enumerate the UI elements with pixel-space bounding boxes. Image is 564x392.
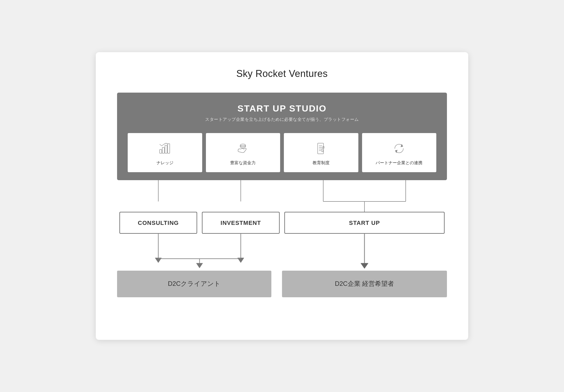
feature-card-funding: 豊富な資金力 <box>206 133 280 172</box>
main-card: Sky Rocket Ventures START UP STUDIO スタート… <box>96 52 468 340</box>
svg-marker-34 <box>361 263 368 269</box>
studio-box: START UP STUDIO スタートアップ企業を立ち上げるために必要な全てが… <box>117 93 447 180</box>
feature-card-partner: パートナー企業との連携 <box>362 133 437 172</box>
svg-rect-8 <box>318 143 324 154</box>
svg-rect-2 <box>165 145 167 153</box>
feature-label-knowledge: ナレッジ <box>156 160 173 166</box>
svg-text:D2C企業 経営希望者: D2C企業 経営希望者 <box>335 280 394 287</box>
hand-coins-icon <box>236 142 250 156</box>
diagram-lower: CONSULTING INVESTMENT START UP <box>117 180 447 319</box>
feature-label-partner: パートナー企業との連携 <box>376 160 422 166</box>
chart-bars-icon <box>158 142 172 156</box>
feature-label-funding: 豊富な資金力 <box>230 160 256 166</box>
svg-marker-32 <box>196 263 203 268</box>
document-list-icon <box>314 142 328 156</box>
feature-label-education: 教育制度 <box>313 160 330 166</box>
studio-title: START UP STUDIO <box>128 103 436 114</box>
svg-rect-3 <box>168 144 170 153</box>
svg-rect-0 <box>160 150 162 153</box>
studio-subtitle: スタートアップ企業を立ち上げるために必要な全てが揃う、プラットフォーム <box>128 117 436 122</box>
svg-text:INVESTMENT: INVESTMENT <box>221 220 261 226</box>
svg-text:START UP: START UP <box>349 220 380 226</box>
feature-card-knowledge: ナレッジ <box>128 133 202 172</box>
diagram: START UP STUDIO スタートアップ企業を立ち上げるために必要な全てが… <box>117 93 447 319</box>
page-title: Sky Rocket Ventures <box>117 68 447 79</box>
feature-card-education: 教育制度 <box>284 133 358 172</box>
svg-rect-1 <box>162 147 164 153</box>
cycle-arrows-icon <box>392 142 406 156</box>
svg-text:D2Cクライアント: D2Cクライアント <box>168 280 221 287</box>
feature-cards-row: ナレッジ 豊富な資 <box>128 133 436 172</box>
svg-text:CONSULTING: CONSULTING <box>138 220 179 226</box>
